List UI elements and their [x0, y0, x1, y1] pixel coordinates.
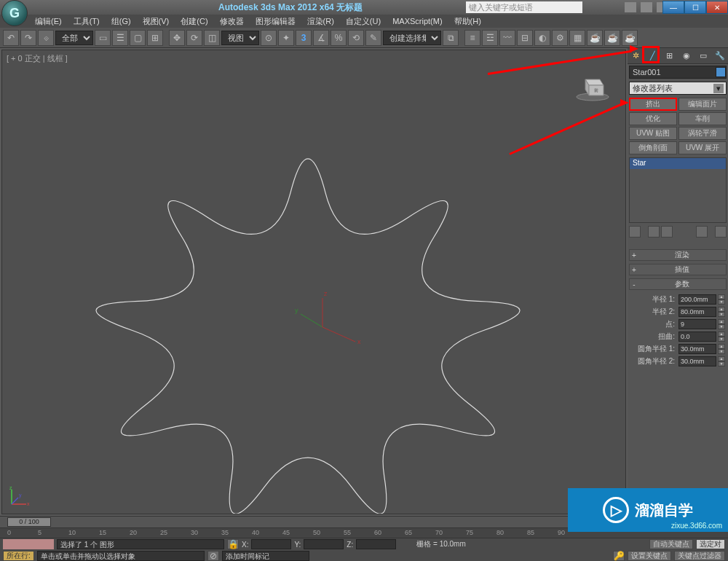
menu-create[interactable]: 创建(C) [175, 16, 213, 27]
radius1-spinner[interactable]: 200.0mm [678, 294, 716, 305]
star-icon[interactable] [641, 2, 652, 12]
select-button[interactable]: ▭ [95, 30, 111, 46]
scale-button[interactable]: ◫ [204, 30, 220, 46]
viewport-label[interactable]: [ + 0 正交 | 线框 ] [7, 53, 68, 64]
isolate-icon[interactable]: ⊘ [207, 551, 219, 561]
selected-button[interactable]: 选定对 [696, 539, 725, 549]
render-button[interactable]: ☕ [587, 30, 603, 46]
hierarchy-tab-icon[interactable]: ⊞ [663, 50, 676, 63]
menu-view[interactable]: 视图(V) [137, 16, 175, 27]
align-button[interactable]: ≡ [464, 30, 480, 46]
make-unique-button[interactable] [661, 226, 673, 238]
render-prod-button[interactable]: ☕ [604, 30, 620, 46]
menu-render[interactable]: 渲染(R) [301, 16, 340, 27]
auto-key-button[interactable]: 自动关键点 [649, 539, 693, 549]
show-end-result-button[interactable] [648, 226, 660, 238]
select-name-button[interactable]: ☰ [112, 30, 128, 46]
render-frame-button[interactable]: ▦ [569, 30, 585, 46]
render-iter-button[interactable]: ☕ [622, 30, 638, 46]
coord-y-field[interactable] [304, 539, 344, 549]
stack-item-star[interactable]: Star [630, 158, 726, 169]
rollout-interp[interactable]: +插值 [629, 264, 727, 275]
window-crossing-button[interactable]: ⊞ [147, 30, 163, 46]
modifier-list-dropdown[interactable]: 修改器列表 [629, 82, 727, 95]
turbosmooth-button[interactable]: 涡轮平滑 [678, 127, 727, 140]
object-name-field[interactable]: Star001 [629, 66, 727, 79]
bevel-profile-button[interactable]: 倒角剖面 [629, 141, 677, 154]
extrude-button[interactable]: 挤出 [629, 98, 677, 111]
maximize-button[interactable]: ☐ [684, 1, 706, 14]
refcoord-dropdown[interactable]: 视图 [221, 31, 259, 45]
move-button[interactable]: ✥ [169, 30, 185, 46]
twist-spinbuttons[interactable]: ▲▼ [718, 332, 725, 342]
edit-patch-button[interactable]: 编辑面片 [678, 98, 727, 111]
key-filters-button[interactable]: 关键点过滤器 [674, 551, 725, 561]
motion-tab-icon[interactable]: ◉ [680, 50, 693, 63]
points-spinner[interactable]: 9 [678, 319, 716, 329]
display-tab-icon[interactable]: ▭ [697, 50, 710, 63]
fillet1-spinbuttons[interactable]: ▲▼ [718, 344, 725, 354]
rollout-render[interactable]: +渲染 [629, 249, 727, 261]
manip-button[interactable]: ✦ [278, 30, 294, 46]
pivot-button[interactable]: ⊙ [261, 30, 277, 46]
track-color-swatch[interactable] [3, 539, 54, 549]
optimize-button[interactable]: 优化 [629, 112, 677, 125]
menu-help[interactable]: 帮助(H) [448, 16, 487, 27]
selection-filter[interactable]: 全部 [55, 31, 93, 45]
layers-button[interactable]: ☲ [482, 30, 498, 46]
rotate-button[interactable]: ⟳ [186, 30, 202, 46]
set-key-button[interactable]: 设置关键点 [628, 551, 671, 561]
configure-sets-button[interactable] [715, 226, 727, 238]
snap-button[interactable]: 3 [296, 30, 312, 46]
select-rect-button[interactable]: ▢ [130, 30, 146, 46]
mirror-button[interactable]: ⧉ [443, 30, 459, 46]
link-button[interactable]: ⟐ [38, 30, 54, 46]
redo-button[interactable]: ↷ [20, 30, 36, 46]
menu-maxscript[interactable]: MAXScript(M) [387, 17, 448, 26]
material-editor-button[interactable]: ◐ [534, 30, 550, 46]
maxscript-mini-button[interactable]: 所在行: [3, 551, 34, 561]
search-input[interactable]: 键入关键字或短语 [466, 1, 582, 13]
lathe-button[interactable]: 车削 [678, 112, 727, 125]
radius2-spinner[interactable]: 80.0mm [678, 307, 716, 317]
lock-icon[interactable]: 🔒 [227, 539, 239, 549]
schematic-button[interactable]: ⊟ [517, 30, 533, 46]
render-setup-button[interactable]: ⚙ [552, 30, 568, 46]
curve-editor-button[interactable]: 〰 [499, 30, 515, 46]
object-color-swatch[interactable] [716, 67, 726, 77]
close-button[interactable]: ✕ [706, 1, 728, 14]
points-spinbuttons[interactable]: ▲▼ [718, 319, 725, 329]
rollout-params[interactable]: -参数 [629, 278, 727, 290]
named-sel-dropdown[interactable]: 创建选择集 [383, 31, 441, 45]
menu-group[interactable]: 组(G) [106, 16, 137, 27]
app-logo-icon[interactable]: G [1, 0, 28, 26]
menu-grapheditors[interactable]: 图形编辑器 [250, 16, 301, 27]
spinner-snap-button[interactable]: ⟲ [348, 30, 364, 46]
fillet2-spinbuttons[interactable]: ▲▼ [718, 356, 725, 366]
twist-spinner[interactable]: 0.0 [678, 332, 716, 342]
key-icon[interactable]: 🔑 [613, 551, 625, 561]
fillet2-spinner[interactable]: 30.0mm [678, 356, 716, 366]
remove-modifier-button[interactable] [696, 226, 708, 238]
time-slider-handle[interactable]: 0 / 100 [7, 517, 51, 527]
minimize-button[interactable]: — [662, 1, 684, 14]
radius1-spinbuttons[interactable]: ▲▼ [718, 294, 725, 305]
fillet1-spinner[interactable]: 30.0mm [678, 344, 716, 354]
coord-z-field[interactable] [356, 539, 396, 549]
viewcube-icon[interactable]: 前 [574, 72, 611, 101]
radius2-spinbuttons[interactable]: ▲▼ [718, 307, 725, 317]
utilities-tab-icon[interactable]: 🔧 [713, 50, 727, 63]
help-icon[interactable] [625, 2, 636, 12]
percent-snap-button[interactable]: % [331, 30, 347, 46]
add-time-tag[interactable]: 添加时间标记 [222, 551, 309, 561]
modifier-stack[interactable]: Star [629, 157, 727, 223]
angle-snap-button[interactable]: ∡ [313, 30, 329, 46]
menu-modifiers[interactable]: 修改器 [214, 16, 250, 27]
undo-button[interactable]: ↶ [3, 30, 19, 46]
menu-tools[interactable]: 工具(T) [68, 16, 106, 27]
viewport[interactable]: [ + 0 正交 | 线框 ] 前 x y z x [1, 50, 626, 514]
pin-stack-button[interactable] [629, 226, 641, 238]
edit-named-sel-button[interactable]: ✎ [365, 30, 381, 46]
uvw-unwrap-button[interactable]: UVW 展开 [678, 141, 727, 154]
uvw-map-button[interactable]: UVW 贴图 [629, 127, 677, 140]
